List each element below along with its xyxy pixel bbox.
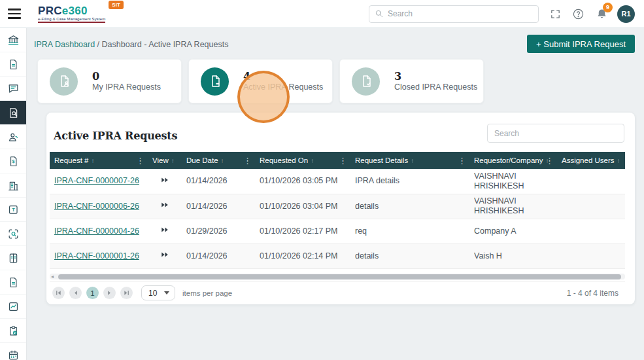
table-row: IPRA-CNF-0000004-26 01/29/2026 01/10/202… — [50, 219, 625, 243]
bell-icon[interactable]: 9 — [596, 8, 608, 20]
ledger-icon — [7, 252, 20, 264]
request-details-cell: details — [350, 194, 469, 219]
sidebar-item-notes[interactable]: T — [0, 198, 27, 222]
sidebar-item-documents[interactable] — [0, 52, 27, 77]
table-row: IPRA-CNF-0000007-26 01/14/2026 01/10/202… — [50, 169, 625, 194]
request-details-cell: IPRA details — [350, 169, 469, 194]
requested-on-cell: 01/10/2026 03:04 PM — [255, 194, 350, 219]
search-icon — [375, 9, 384, 18]
sidebar-item-tasks[interactable] — [0, 319, 27, 343]
sidebar-item-ledger[interactable] — [0, 246, 27, 270]
request-link[interactable]: IPRA-CNF-0000001-26 — [54, 251, 139, 261]
card-count: 4 — [243, 71, 323, 82]
avatar[interactable]: R1 — [617, 5, 635, 23]
reports-chart-icon — [7, 300, 20, 313]
view-request-icon[interactable] — [160, 201, 169, 209]
column-menu-icon[interactable]: ⋮ — [337, 156, 348, 166]
grid-search — [487, 124, 624, 143]
billing-document-icon: $ — [7, 155, 20, 168]
card-label: Closed IPRA Requests — [394, 82, 477, 92]
due-date-cell: 01/29/2026 — [182, 219, 255, 243]
table-header-row: Request #↑⋮ View↑ Due Date↑⋮ Requested O… — [50, 152, 625, 169]
column-header-requestor-company[interactable]: Requestor/Company↑⋮ — [469, 152, 557, 169]
sidebar-item-documents-2[interactable] — [0, 270, 27, 295]
breadcrumb-link-ipra-dashboard[interactable]: IPRA Dashboard — [34, 40, 95, 49]
grid-search-input[interactable] — [494, 129, 617, 138]
sidebar-item-messages[interactable] — [0, 77, 27, 101]
scroll-left-icon[interactable]: ◂ — [51, 274, 54, 279]
sort-asc-icon: ↑ — [411, 157, 414, 164]
sidebar-item-institution[interactable] — [0, 28, 27, 52]
institution-icon — [7, 34, 20, 46]
last-page-button[interactable] — [120, 287, 133, 299]
record-search-icon — [7, 228, 20, 240]
app-root: PRCe360 e-Filing & Case Management Syste… — [0, 0, 644, 360]
card-count: 0 — [92, 71, 161, 82]
sidebar-item-ipra-requests[interactable] — [0, 101, 27, 125]
request-link[interactable]: IPRA-CNF-0000006-26 — [54, 202, 139, 211]
svg-text:$: $ — [12, 159, 15, 164]
active-ipra-requests-panel: Active IPRA Requests Request #↑⋮ View↑ D… — [46, 113, 635, 304]
menu-icon[interactable] — [8, 9, 22, 19]
request-number-cell: IPRA-CNF-0000001-26 — [50, 243, 148, 268]
request-number-cell: IPRA-CNF-0000007-26 — [50, 169, 148, 194]
sidebar-item-users[interactable] — [0, 125, 27, 149]
previous-page-button[interactable] — [69, 287, 82, 299]
first-page-button[interactable] — [52, 287, 65, 299]
card-my-ipra-requests[interactable]: 0 My IPRA Requests — [37, 59, 182, 103]
next-page-button[interactable] — [103, 287, 116, 299]
requestor-company-cell: VAISHNAVI HRISHIKESH — [469, 194, 557, 219]
document-options-icon — [201, 67, 229, 96]
fullscreen-icon[interactable] — [550, 9, 561, 20]
card-closed-ipra-requests[interactable]: 3 Closed IPRA Requests — [339, 59, 484, 103]
sidebar-item-reports[interactable] — [0, 295, 27, 319]
document-check-icon — [352, 67, 380, 96]
card-active-ipra-requests[interactable]: 4 Active IPRA Requests — [188, 59, 333, 103]
sidebar-item-calendar[interactable] — [0, 343, 27, 360]
card-text: 0 My IPRA Requests — [92, 71, 161, 92]
ipra-search-icon — [7, 107, 20, 119]
column-menu-icon[interactable]: ⋮ — [544, 156, 555, 166]
environment-badge: SIT — [109, 1, 123, 9]
column-menu-icon[interactable]: ⋮ — [135, 156, 146, 166]
table-row: IPRA-CNF-0000006-26 01/14/2026 01/10/202… — [50, 194, 625, 219]
help-icon[interactable] — [572, 8, 585, 20]
column-menu-icon[interactable]: ⋮ — [456, 156, 467, 166]
request-link[interactable]: IPRA-CNF-0000004-26 — [54, 226, 139, 236]
view-request-icon[interactable] — [160, 251, 169, 259]
brand-tagline: e-Filing & Case Management System — [38, 17, 105, 23]
view-request-icon[interactable] — [160, 176, 169, 184]
summary-cards: 0 My IPRA Requests 4 Active IPRA Request… — [37, 59, 484, 103]
sidebar-item-organization[interactable] — [0, 173, 27, 198]
scrollbar-thumb[interactable] — [58, 274, 621, 279]
column-header-due-date[interactable]: Due Date↑⋮ — [182, 152, 255, 169]
svg-text:T: T — [12, 207, 15, 213]
column-header-requested-on[interactable]: Requested On↑⋮ — [255, 152, 350, 169]
sidebar-item-billing[interactable]: $ — [0, 149, 27, 173]
app-logo[interactable]: PRCe360 e-Filing & Case Management Syste… — [38, 5, 105, 23]
breadcrumb: IPRA Dashboard / Dashboard - Active IPRA… — [34, 40, 228, 49]
brand-name: PRCe360 — [38, 5, 105, 16]
column-header-assigned-users[interactable]: Assigned Users↑ — [557, 152, 625, 169]
main-content: IPRA Dashboard / Dashboard - Active IPRA… — [27, 28, 644, 360]
submit-ipra-request-button[interactable]: + Submit IPRA Request — [527, 35, 635, 53]
page-size-dropdown[interactable]: 10 — [141, 285, 175, 300]
column-menu-icon[interactable]: ⋮ — [242, 156, 253, 166]
card-label: Active IPRA Requests — [243, 82, 323, 92]
request-link[interactable]: IPRA-CNF-0000007-26 — [54, 176, 139, 185]
view-request-icon[interactable] — [160, 226, 169, 234]
view-cell — [148, 194, 182, 219]
view-cell — [148, 169, 182, 194]
column-header-request-details[interactable]: Request Details↑⋮ — [350, 152, 469, 169]
column-header-view[interactable]: View↑ — [148, 152, 182, 169]
requests-table: Request #↑⋮ View↑ Due Date↑⋮ Requested O… — [50, 152, 625, 269]
sort-asc-icon: ↑ — [91, 157, 94, 164]
sort-asc-icon: ↑ — [171, 157, 175, 164]
global-search-input[interactable] — [388, 9, 533, 18]
sidebar-item-record-search[interactable] — [0, 222, 27, 246]
organization-icon — [7, 179, 20, 192]
panel-title: Active IPRA Requests — [54, 130, 177, 142]
sort-asc-icon: ↑ — [311, 157, 314, 164]
current-page-button[interactable]: 1 — [86, 287, 99, 299]
column-header-request-number[interactable]: Request #↑⋮ — [50, 152, 148, 169]
